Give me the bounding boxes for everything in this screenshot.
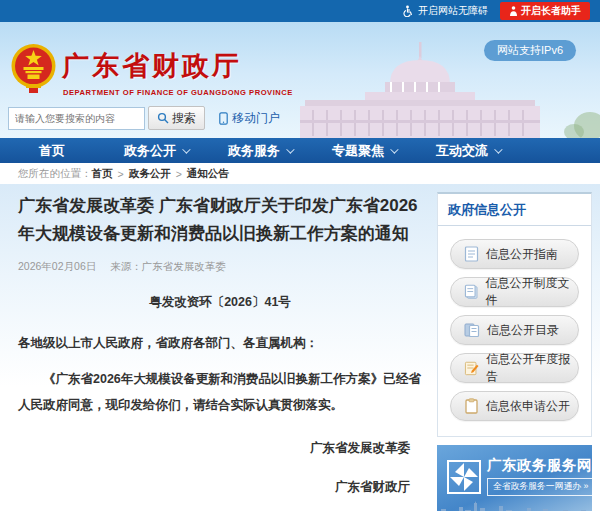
accessibility-link[interactable]: 开启网站无障碍 <box>402 4 488 18</box>
sidebar-button-disclosure-guide[interactable]: 信息公开指南 <box>450 239 579 269</box>
article-date: 2026年02月06日 <box>18 260 96 274</box>
chevron-down-icon <box>494 145 502 153</box>
article-salutation: 各地级以上市人民政府，省政府各部门、各直属机构： <box>18 335 422 352</box>
mobile-portal-label: 移动门户 <box>232 110 280 127</box>
breadcrumb-item-home[interactable]: 首页 <box>92 167 113 181</box>
national-emblem-icon <box>10 42 57 94</box>
masthead: 广东省财政厅 DEPARTMENT OF FINANCE OF GUANGDON… <box>0 22 600 138</box>
search-button[interactable]: 搜索 <box>148 106 205 130</box>
nav-label: 政务服务 <box>228 142 280 160</box>
pinwheel-logo-icon <box>446 459 482 495</box>
info-panel-title: 政府信息公开 <box>438 194 591 226</box>
article-meta: 2026年02月06日 来源：广东省发展改革委 <box>18 260 422 274</box>
article-title: 广东省发展改革委 广东省财政厅关于印发广东省2026年大规模设备更新和消费品以旧… <box>18 192 422 248</box>
breadcrumb-separator: > <box>118 168 124 180</box>
nav-item-gov-disclosure[interactable]: 政务公开 <box>104 138 208 163</box>
elder-assistant-label: 开启长者助手 <box>521 4 581 18</box>
signature-agency-1: 广东省发展改革委 <box>18 440 422 457</box>
ipv6-support-badge: 网站支持IPv6 <box>484 40 576 61</box>
mobile-portal-link[interactable]: 移动门户 <box>219 110 280 127</box>
breadcrumb-prefix: 您所在的位置： <box>18 167 92 181</box>
nav-item-gov-services[interactable]: 政务服务 <box>208 138 312 163</box>
sidebar-button-label: 信息公开目录 <box>487 322 559 339</box>
nav-label: 专题聚焦 <box>332 142 384 160</box>
breadcrumb-separator: > <box>176 168 182 180</box>
chevron-down-icon <box>390 145 398 153</box>
primary-nav: 首页 政务公开 政务服务 专题聚焦 互动交流 <box>0 138 600 163</box>
gov-service-network-banner[interactable]: 广东政务服务网 全省政务服务一网通办 » <box>437 445 592 511</box>
service-banner-subtitle: 全省政务服务一网通办 » <box>487 478 592 496</box>
breadcrumb-item-gov-disclosure[interactable]: 政务公开 <box>129 167 171 181</box>
city-skyline-image <box>437 501 592 511</box>
top-utility-bar: 开启网站无障碍 开启长者助手 <box>0 0 600 22</box>
report-pencil-icon <box>464 360 479 376</box>
info-button-column: 信息公开指南 信息公开制度文件 <box>438 226 591 436</box>
nav-label: 首页 <box>39 142 65 160</box>
trees-image <box>560 98 600 138</box>
main-content: 广东省发展改革委 广东省财政厅关于印发广东省2026年大规模设备更新和消费品以旧… <box>0 184 600 511</box>
elder-person-icon <box>509 6 518 16</box>
sidebar-button-disclosure-upon-request[interactable]: 信息依申请公开 <box>450 391 579 421</box>
elder-assistant-button[interactable]: 开启长者助手 <box>500 2 590 20</box>
service-banner-title: 广东政务服务网 <box>487 456 592 475</box>
wheelchair-icon <box>402 5 414 17</box>
search-button-label: 搜索 <box>172 110 196 127</box>
nav-item-interaction[interactable]: 互动交流 <box>416 138 520 163</box>
documents-icon <box>464 322 480 338</box>
document-icon <box>464 246 479 262</box>
sidebar-button-label: 信息公开年度报告 <box>486 351 578 385</box>
accessibility-label: 开启网站无障碍 <box>418 4 488 18</box>
finance-department-webpage: 开启网站无障碍 开启长者助手 <box>0 0 600 511</box>
search-row: 搜索 移动门户 <box>8 106 280 130</box>
clipboard-icon <box>464 398 479 414</box>
sidebar: 政府信息公开 信息公开指南 <box>437 192 592 511</box>
article: 广东省发展改革委 广东省财政厅关于印发广东省2026年大规模设备更新和消费品以旧… <box>18 192 422 511</box>
mobile-phone-icon <box>219 112 228 125</box>
breadcrumb: 您所在的位置： 首页 > 政务公开 > 通知公告 <box>0 163 600 184</box>
article-source: 来源：广东省发展改革委 <box>110 260 226 274</box>
signature-agency-2: 广东省财政厅 <box>18 479 422 496</box>
breadcrumb-item-notices[interactable]: 通知公告 <box>187 167 229 181</box>
article-paragraph: 《广东省2026年大规模设备更新和消费品以旧换新工作方案》已经省人民政府同意，现… <box>18 366 422 418</box>
search-input[interactable] <box>8 107 145 130</box>
nav-item-home[interactable]: 首页 <box>0 138 104 163</box>
nav-item-special-topics[interactable]: 专题聚焦 <box>312 138 416 163</box>
nav-label: 政务公开 <box>124 142 176 160</box>
sidebar-button-annual-report[interactable]: 信息公开年度报告 <box>450 353 579 383</box>
nav-label: 互动交流 <box>436 142 488 160</box>
chevron-down-icon <box>286 145 294 153</box>
document-number: 粤发改资环〔2026〕41号 <box>18 294 422 311</box>
site-title: 广东省财政厅 <box>62 48 242 84</box>
sidebar-button-system-documents[interactable]: 信息公开制度文件 <box>450 277 579 307</box>
info-disclosure-panel: 政府信息公开 信息公开指南 <box>437 192 592 437</box>
sidebar-button-label: 信息公开制度文件 <box>485 275 578 309</box>
sidebar-button-disclosure-catalog[interactable]: 信息公开目录 <box>450 315 579 345</box>
sidebar-button-label: 信息依申请公开 <box>486 398 570 415</box>
sidebar-button-label: 信息公开指南 <box>486 246 558 263</box>
document-file-icon <box>464 284 478 300</box>
site-title-english: DEPARTMENT OF FINANCE OF GUANGDONG PROVI… <box>63 88 293 97</box>
chevron-down-icon <box>182 145 190 153</box>
search-icon <box>157 112 169 124</box>
